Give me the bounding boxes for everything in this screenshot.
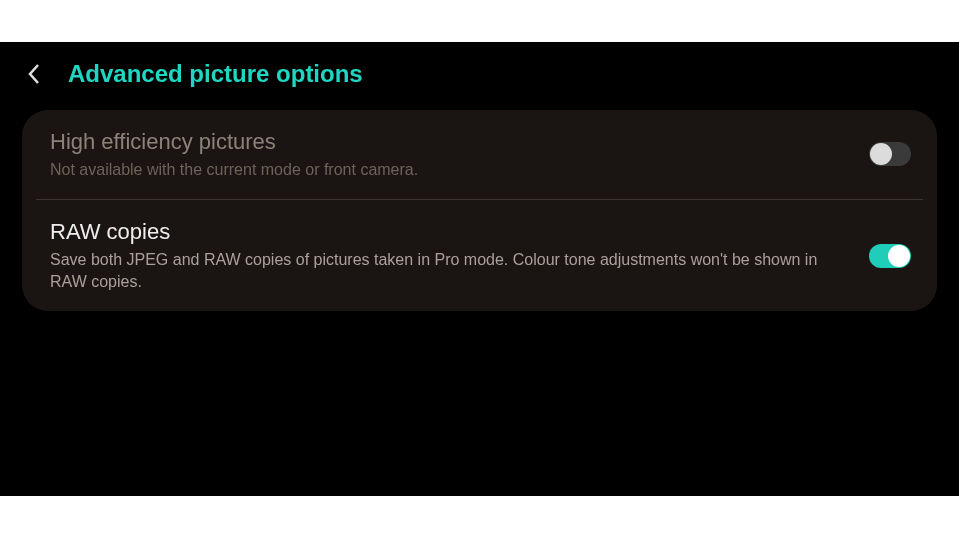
toggle-high-efficiency [869, 142, 911, 166]
toggle-raw-copies[interactable] [869, 244, 911, 268]
option-high-efficiency-pictures: High efficiency pictures Not available w… [22, 110, 937, 199]
toggle-knob [870, 143, 892, 165]
back-icon[interactable] [20, 60, 48, 88]
option-content: High efficiency pictures Not available w… [50, 128, 849, 181]
header: Advanced picture options [0, 42, 959, 102]
option-raw-copies[interactable]: RAW copies Save both JPEG and RAW copies… [22, 200, 937, 311]
toggle-knob [888, 245, 910, 267]
option-content: RAW copies Save both JPEG and RAW copies… [50, 218, 849, 293]
option-title: RAW copies [50, 218, 849, 247]
options-card: High efficiency pictures Not available w… [22, 110, 937, 311]
option-subtitle: Not available with the current mode or f… [50, 159, 849, 181]
page-title: Advanced picture options [68, 60, 363, 88]
settings-screen: Advanced picture options High efficiency… [0, 42, 959, 496]
option-subtitle: Save both JPEG and RAW copies of picture… [50, 249, 849, 294]
option-title: High efficiency pictures [50, 128, 849, 157]
